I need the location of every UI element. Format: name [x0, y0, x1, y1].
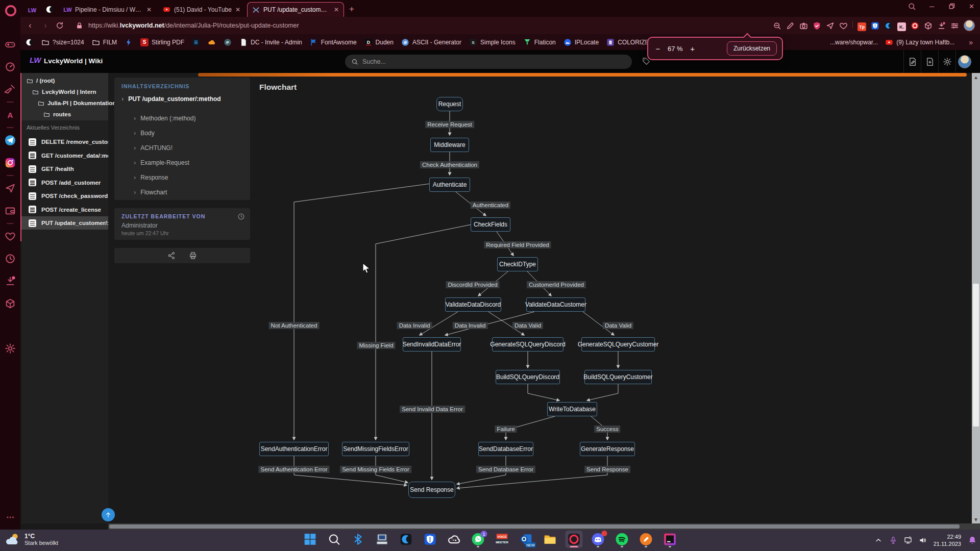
- aria-icon[interactable]: A: [5, 109, 16, 120]
- tree-item-0[interactable]: / (root): [27, 75, 55, 86]
- file-item-0[interactable]: DELETE /remove_customer: [21, 135, 108, 148]
- taskbar-app-outlook[interactable]: ONEW: [518, 531, 535, 548]
- bookmark-item-6[interactable]: [208, 38, 216, 46]
- zoom-reset-button[interactable]: Zurücksetzen: [727, 41, 777, 56]
- user-avatar[interactable]: [955, 50, 973, 73]
- file-item-2[interactable]: GET /health: [21, 162, 108, 176]
- taskbar-app-discord[interactable]: [590, 531, 607, 548]
- pinned-tab-0[interactable]: LW: [23, 2, 41, 16]
- tp-extension-icon[interactable]: Tp: [857, 21, 866, 30]
- print-icon[interactable]: [189, 252, 197, 260]
- bookmark-item-11[interactable]: ASCII - Generator: [401, 38, 461, 46]
- broom-icon[interactable]: [5, 84, 16, 95]
- bitwarden-icon[interactable]: [871, 21, 879, 30]
- vertical-scrollbar-thumb[interactable]: [973, 284, 979, 427]
- monitor-icon[interactable]: [904, 536, 912, 544]
- node-checkidtype[interactable]: CheckIDType: [497, 257, 538, 271]
- url-text[interactable]: https://wiki.lvckyworld.net/de/internal/…: [88, 22, 299, 29]
- node-request[interactable]: Request: [436, 97, 463, 111]
- sliders-icon[interactable]: [950, 21, 959, 30]
- close-icon[interactable]: ✕: [967, 2, 976, 11]
- bookmark-item-4[interactable]: SStirling PDF: [140, 38, 184, 46]
- cube-icon[interactable]: [5, 298, 16, 309]
- back-icon[interactable]: ‹: [24, 20, 36, 31]
- bookmark-item-5[interactable]: [192, 38, 200, 46]
- toc-item-6[interactable]: ›Flowchart: [134, 188, 167, 196]
- bookmark-item-9[interactable]: FontAwsome: [310, 38, 357, 46]
- tree-item-1[interactable]: LvckyWorld | Intern: [32, 86, 96, 97]
- camera-icon[interactable]: [799, 21, 808, 30]
- node-sendinvaliddataerror[interactable]: SendInvalidDataError: [403, 337, 461, 352]
- bookmark-item-7[interactable]: P: [224, 38, 232, 46]
- page-edit-icon[interactable]: [903, 50, 921, 73]
- telegram-icon[interactable]: [5, 135, 16, 146]
- bookmark-item-10[interactable]: DDuden: [364, 38, 394, 46]
- vertical-scrollbar[interactable]: ▲ ▼: [972, 73, 980, 523]
- pinned-tab-1[interactable]: [41, 2, 58, 16]
- taskbar-app-start[interactable]: [302, 531, 319, 548]
- zoom-out-button[interactable]: −: [653, 44, 663, 53]
- toc-item-3[interactable]: ›ACHTUNG!: [134, 144, 173, 152]
- taskbar-app-whatsapp[interactable]: 1: [470, 531, 487, 548]
- minimize-icon[interactable]: ─: [927, 2, 936, 11]
- bell-icon[interactable]: [968, 536, 977, 545]
- bookmark-item-15[interactable]: COLORIZER: [606, 38, 653, 46]
- node-checkfields[interactable]: CheckFields: [471, 217, 510, 232]
- adblock-icon[interactable]: [911, 21, 919, 30]
- node-authenticate[interactable]: Authenticate: [429, 178, 470, 192]
- scroll-to-top-button[interactable]: [102, 508, 115, 521]
- taskbar-app-cloud-app[interactable]: [446, 531, 463, 548]
- dots-icon[interactable]: ⋯: [5, 511, 16, 522]
- wiki-logo[interactable]: LW: [30, 56, 41, 64]
- scroll-down-arrow[interactable]: ▼: [972, 515, 980, 523]
- cube-icon[interactable]: [924, 21, 933, 30]
- bookmarks-overflow-icon[interactable]: »: [969, 38, 973, 46]
- zoom-out-icon[interactable]: [773, 21, 781, 30]
- taskbar-app-legacy-pc[interactable]: [374, 531, 391, 548]
- tab-1[interactable]: LW Pipeline - Dimsiuu / Webprä ✕: [59, 2, 156, 17]
- tab-search-icon[interactable]: [908, 2, 916, 11]
- profile-avatar[interactable]: [964, 20, 975, 31]
- node-validatedatadiscord[interactable]: ValidateDataDiscord: [445, 297, 501, 312]
- history-icon[interactable]: [5, 253, 16, 264]
- tab-3[interactable]: PUT /update_customer/:me ✕: [247, 2, 344, 17]
- bookmark-shopware[interactable]: ...ware/shopwar...: [830, 39, 878, 46]
- tab-2[interactable]: (51) David - YouTube ✕: [158, 2, 245, 17]
- taskbar-app-bitwarden-app[interactable]: [422, 531, 439, 548]
- node-sendmissingfieldserror[interactable]: SendMissingFieldsError: [342, 442, 409, 456]
- mic-icon[interactable]: [889, 536, 897, 544]
- file-item-6[interactable]: PUT /update_customer/:meth...: [21, 216, 108, 230]
- speaker-icon[interactable]: [919, 536, 927, 544]
- messenger-icon[interactable]: [5, 183, 16, 194]
- taskbar-app-taskbar-search[interactable]: [326, 531, 343, 548]
- bookmark-lazytown[interactable]: (9) Lazy town Haftb...: [885, 38, 954, 46]
- bookmark-item-13[interactable]: Flaticon: [523, 38, 556, 46]
- bookmark-item-3[interactable]: [125, 38, 133, 46]
- clock[interactable]: 22:49 21.11.2023: [934, 533, 961, 548]
- speedometer-icon[interactable]: [5, 61, 16, 72]
- file-item-1[interactable]: GET /customer_data/:method: [21, 149, 108, 162]
- heart-icon[interactable]: [5, 231, 16, 242]
- send-to-device-icon[interactable]: [826, 21, 835, 30]
- taskbar-app-voicemeeter[interactable]: VOICEMEETER: [494, 531, 511, 548]
- scroll-up-arrow[interactable]: ▲: [972, 73, 980, 81]
- file-item-3[interactable]: POST /add_customer: [21, 176, 108, 189]
- horizontal-scrollbar-thumb[interactable]: [109, 524, 960, 529]
- download-icon[interactable]: [937, 21, 946, 30]
- heart-icon[interactable]: [839, 21, 848, 30]
- history-icon[interactable]: [237, 213, 245, 220]
- node-generateresponse[interactable]: GenerateResponse: [580, 442, 635, 456]
- bookmark-item-14[interactable]: IPLocate: [564, 38, 599, 46]
- node-middleware[interactable]: Middleware: [430, 138, 469, 152]
- node-generatesqlquerydiscord[interactable]: GenerateSQLQueryDiscord: [492, 337, 564, 352]
- weather-widget[interactable]: 1°C Stark bewölkt: [5, 532, 58, 547]
- bookmark-item-8[interactable]: DC - Invite - Admin: [239, 38, 302, 46]
- file-item-5[interactable]: POST /create_license: [21, 203, 108, 216]
- reload-icon[interactable]: [55, 21, 64, 30]
- new-tab-button[interactable]: +: [345, 3, 358, 16]
- bookmark-item-0[interactable]: [26, 38, 34, 46]
- node-buildsqlquerycustomer[interactable]: BuildSQLQueryCustomer: [584, 370, 652, 384]
- toc-item-1[interactable]: ›Methoden (:method): [134, 114, 195, 122]
- node-senddatabaseerror[interactable]: SendDatabaseError: [478, 442, 533, 456]
- instagram-icon[interactable]: [5, 157, 16, 168]
